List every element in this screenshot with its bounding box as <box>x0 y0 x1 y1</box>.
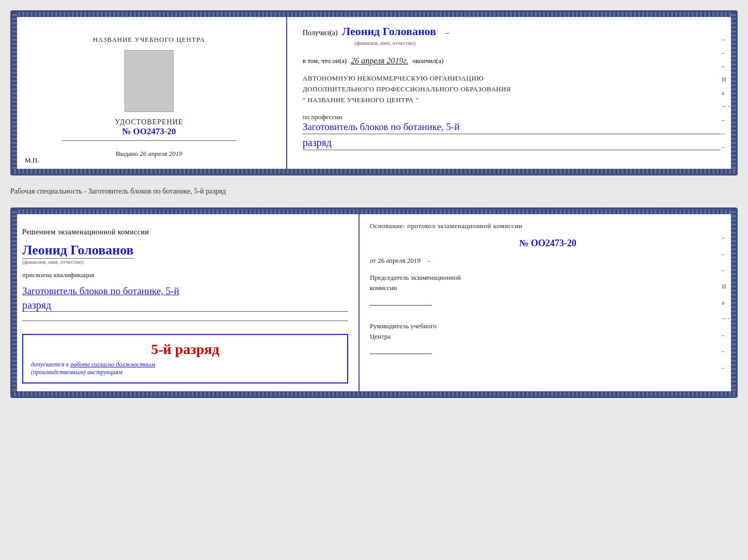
profession-block: по профессии Заготовитель блоков по бота… <box>303 113 721 150</box>
chairman-sign-line <box>370 295 432 306</box>
finished-label: окончил(а) <box>412 57 443 65</box>
recipient-name: Леонид Голованов <box>342 25 436 38</box>
recipient-block: Получил(а) Леонид Голованов – <box>303 25 721 38</box>
stamp-text: допускается к работе согласно должностны… <box>31 361 339 376</box>
qualification-value-block: Заготовитель блоков по ботанике, 5-й раз… <box>22 285 348 312</box>
date-line: от 26 апреля 2019 – <box>370 257 726 265</box>
org-block: АВТОНОМНУЮ НЕКОММЕРЧЕСКУЮ ОРГАНИЗАЦИЮ ДО… <box>303 73 721 105</box>
qual-left-panel: Решением экзаменационной комиссии Леонид… <box>12 209 360 396</box>
org-line1: АВТОНОМНУЮ НЕКОММЕРЧЕСКУЮ ОРГАНИЗАЦИЮ <box>303 73 721 84</box>
org-line3: " НАЗВАНИЕ УЧЕБНОГО ЦЕНТРА " <box>303 95 721 106</box>
qual-right-panel: – – – И а ←- – – – Основание: протокол э… <box>360 209 736 396</box>
director-sign-line <box>370 344 432 354</box>
cert-left-panel: НАЗВАНИЕ УЧЕБНОГО ЦЕНТРА УДОСТОВЕРЕНИЕ №… <box>12 12 287 174</box>
org-line2: ДОПОЛНИТЕЛЬНОГО ПРОФЕССИОНАЛЬНОГО ОБРАЗО… <box>303 84 721 95</box>
received-label: Получил(а) <box>303 29 338 37</box>
razryad2-value: разряд <box>22 299 348 312</box>
mp-label: М.П. <box>25 156 39 165</box>
confirm-date: 26 апреля 2019г. <box>351 56 408 66</box>
director-block: Руководитель учебногоЦентра <box>370 321 726 354</box>
right-margin-decoration-3: – – – И а ←- – – – <box>722 230 730 376</box>
date-prefix: от <box>370 257 376 264</box>
qualification-label: присвоена квалификация <box>22 271 348 279</box>
decision-text: Решением экзаменационной комиссии <box>22 228 348 236</box>
issued-date: 26 апреля 2019 <box>140 150 182 157</box>
certificate-number: № OO2473-20 <box>115 126 183 137</box>
profession-value: Заготовитель блоков по ботанике, 5-й <box>303 121 721 134</box>
stamp-grade: 5-й разряд <box>31 341 339 358</box>
right-margin-decoration: – – – И а ←- – – – <box>722 33 730 153</box>
qualification-value: Заготовитель блоков по ботанике, 5-й <box>22 285 348 297</box>
name-hint-1: (фамилия, имя, отчество) <box>303 40 721 46</box>
confirm-line: в том, что он(а) 26 апреля 2019г. окончи… <box>303 56 721 66</box>
protocol-number: № OO2473-20 <box>370 238 726 249</box>
certificate-document: НАЗВАНИЕ УЧЕБНОГО ЦЕНТРА УДОСТОВЕРЕНИЕ №… <box>10 10 738 175</box>
issued-line: Выдано 26 апреля 2019 <box>116 150 182 158</box>
chairman-block: Председатель экзаменационнойкомиссии <box>370 273 726 306</box>
razryad-value: разряд <box>303 137 721 150</box>
person-name-block: Леонид Голованов (фамилия, имя, отчество… <box>22 243 348 265</box>
date-value: 26 апреля 2019 <box>378 257 420 264</box>
dash-after-name: – <box>445 29 449 37</box>
confirm-text: в том, что он(а) <box>303 57 347 65</box>
director-label-text: Руководитель учебногоЦентра <box>370 322 437 340</box>
certificate-label: УДОСТОВЕРЕНИЕ <box>115 118 183 126</box>
divider-line <box>22 321 348 321</box>
person-name-large: Леонид Голованов <box>22 243 134 259</box>
qualification-document: Решением экзаменационной комиссии Леонид… <box>10 207 738 398</box>
photo-placeholder <box>124 50 174 112</box>
page-wrapper: НАЗВАНИЕ УЧЕБНОГО ЦЕНТРА УДОСТОВЕРЕНИЕ №… <box>10 10 738 398</box>
chairman-label-text: Председатель экзаменационнойкомиссии <box>370 274 461 292</box>
separator-text: Рабочая специальность - Заготовитель бло… <box>10 185 738 198</box>
issued-label: Выдано <box>116 150 138 157</box>
training-center-title-left: НАЗВАНИЕ УЧЕБНОГО ЦЕНТРА <box>93 36 205 44</box>
basis-line: Основание: протокол экзаменационной коми… <box>370 222 726 230</box>
profession-label: по профессии <box>303 113 721 121</box>
stamp-box: 5-й разряд допускается к работе согласно… <box>22 334 348 383</box>
director-label: Руководитель учебногоЦентра <box>370 321 726 341</box>
chairman-label: Председатель экзаменационнойкомиссии <box>370 273 726 293</box>
cert-right-panel: – – – И а ←- – – – Получил(а) Леонид Гол… <box>287 12 736 174</box>
name-hint-2: (фамилия, имя, отчество) <box>22 259 348 265</box>
